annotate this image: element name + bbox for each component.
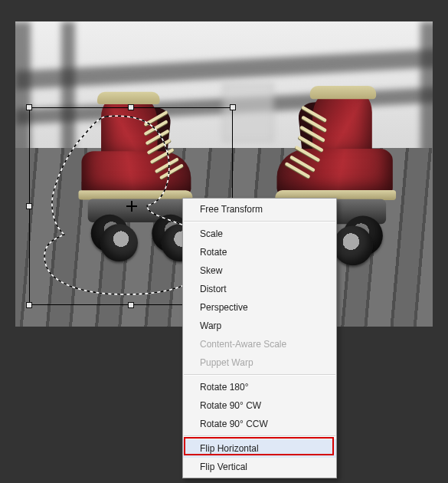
menu-flip-vertical[interactable]: Flip Vertical: [183, 458, 336, 476]
transform-handle-bc[interactable]: [128, 302, 134, 308]
menu-rotate-90-ccw[interactable]: Rotate 90° CCW: [183, 415, 336, 433]
transform-handle-bl[interactable]: [26, 302, 32, 308]
menu-rotate-180[interactable]: Rotate 180°: [183, 378, 336, 396]
transform-center-icon[interactable]: [126, 201, 137, 212]
menu-rotate[interactable]: Rotate: [183, 243, 336, 261]
menu-separator: [184, 374, 335, 376]
menu-distort[interactable]: Distort: [183, 280, 336, 298]
transform-handle-tr[interactable]: [230, 104, 236, 110]
menu-free-transform[interactable]: Free Transform: [183, 200, 336, 219]
menu-skew[interactable]: Skew: [183, 261, 336, 280]
menu-puppet-warp: Puppet Warp: [183, 353, 336, 372]
menu-rotate-90-cw[interactable]: Rotate 90° CW: [183, 396, 336, 415]
transform-handle-tl[interactable]: [26, 104, 32, 110]
menu-flip-horizontal[interactable]: Flip Horizontal: [183, 439, 336, 458]
menu-separator: [184, 435, 335, 437]
transform-handle-ml[interactable]: [26, 203, 32, 209]
menu-scale[interactable]: Scale: [183, 225, 336, 243]
transform-context-menu: Free Transform Scale Rotate Skew Distort…: [182, 198, 337, 478]
transform-handle-tc[interactable]: [128, 104, 134, 110]
menu-separator: [184, 221, 335, 222]
menu-perspective[interactable]: Perspective: [183, 298, 336, 317]
menu-warp[interactable]: Warp: [183, 317, 336, 335]
menu-content-aware-scale: Content-Aware Scale: [183, 335, 336, 353]
